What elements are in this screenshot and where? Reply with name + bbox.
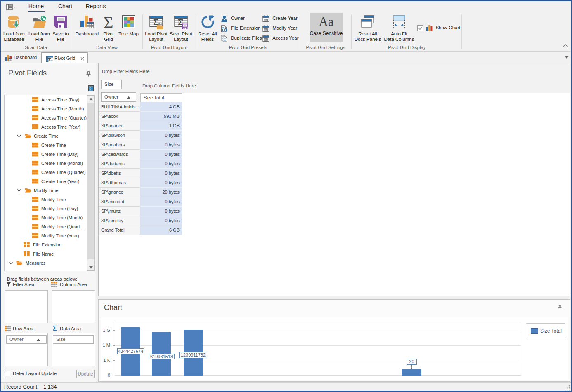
svg-text:Σ: Σ bbox=[48, 56, 52, 63]
